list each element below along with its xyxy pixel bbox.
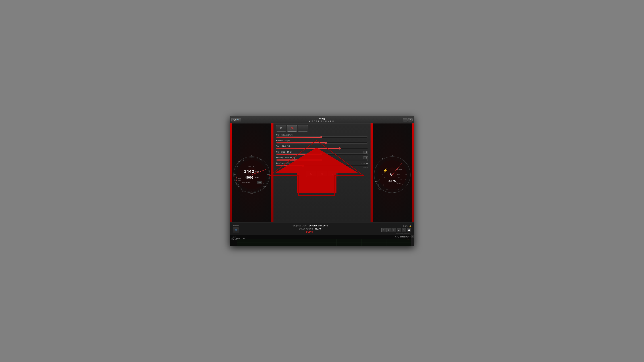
profile-btn-3[interactable]: 3 — [392, 228, 396, 232]
profile-buttons: 1 2 3 4 5 💾 — [382, 228, 411, 232]
svg-text:1442: 1442 — [244, 169, 254, 174]
core-voltage-slider[interactable] — [276, 136, 368, 138]
svg-text:mV: mV — [397, 174, 400, 176]
profile-btn-2[interactable]: 2 — [386, 228, 391, 232]
svg-text:68: 68 — [381, 190, 382, 192]
core-clock-label: Core Clock (MHz) — [276, 151, 292, 153]
svg-marker-40 — [236, 179, 237, 181]
graph-scrollbar: ▲ ▼ — [411, 235, 414, 246]
svg-marker-38 — [236, 177, 237, 179]
profile-btn-5[interactable]: 5 — [402, 228, 406, 232]
title-bar: OC🔍 msi AFTERBURNER − ✕ — [230, 116, 414, 123]
svg-text:🌡: 🌡 — [382, 183, 384, 186]
power-limit-label: Power Limit (%) — [276, 139, 368, 142]
icon-buttons: K i — [276, 125, 368, 132]
reset-button[interactable]: ↺ — [317, 171, 327, 177]
memory-clock-slider[interactable] — [276, 159, 368, 161]
memory-clock-control: Memory Clock (MHz) +0 — [276, 156, 368, 161]
memory-clock-label: Memory Clock (MHz) — [276, 157, 295, 159]
detach-button[interactable]: DETACH — [243, 231, 378, 233]
core-clock-header: Core Clock (MHz) +0 — [276, 151, 368, 153]
temp-limit-control: Temp. Limit (°C) — [276, 145, 368, 149]
svg-text:86: 86 — [378, 188, 380, 189]
fan-speed-slider[interactable] — [276, 165, 368, 166]
graph-y-axis: 100 0 — [230, 239, 237, 246]
profile-btn-4[interactable]: 4 — [396, 228, 401, 232]
graphics-card-label: Graphics Card: — [292, 224, 307, 227]
svg-text:Boost: Boost — [238, 180, 241, 181]
svg-text:1500: 1500 — [242, 191, 244, 192]
svg-text:.5: .5 — [382, 158, 383, 159]
driver-version-value: 461.40 — [315, 228, 322, 230]
oc-button[interactable]: OC🔍 — [232, 118, 242, 122]
graph-area: 4.6.2 Min : 52 Max : 57 GPU temperature,… — [230, 235, 414, 246]
core-clock-slider[interactable] — [276, 153, 368, 155]
svg-text:60: 60 — [398, 189, 399, 190]
profile-btn-1[interactable]: 1 — [382, 228, 386, 232]
close-button[interactable]: ✕ — [408, 118, 412, 121]
fan-icon-3: ✤ — [366, 162, 368, 165]
bottom-action-buttons: ⚙ ↺ ✓ — [276, 171, 368, 177]
svg-text:1000: 1000 — [250, 193, 253, 194]
scroll-up-btn[interactable]: ▲ — [411, 235, 414, 238]
left-gauge-svg: 0 250 500 750 1000 1250 1500 1500 2250 3… — [230, 123, 274, 222]
svg-text:124: 124 — [378, 180, 380, 181]
power-limit-slider[interactable] — [276, 142, 368, 144]
graphics-card-value: GeForce GTX 1070 — [308, 224, 328, 227]
card-info: Graphics Card: GeForce GTX 1070 Driver V… — [243, 224, 378, 233]
power-limit-control: Power Limit (%) — [276, 139, 368, 144]
svg-text:50: 50 — [394, 192, 395, 193]
startup-button[interactable]: ⊞ — [233, 228, 239, 233]
svg-text:MEM: MEM — [258, 182, 261, 183]
right-gauge: .25 .5 .75 1 1.25 0 1 ⚡ Voltage 0 mV — [370, 123, 414, 222]
svg-text:80: 80 — [405, 179, 406, 180]
svg-text:750: 750 — [238, 186, 240, 188]
powered-by-label: Powered by Rivatuner — [396, 233, 410, 235]
svg-text:2250: 2250 — [237, 184, 240, 185]
svg-text:32°F: 32°F — [386, 189, 388, 190]
temp-limit-label: Temp. Limit (°C) — [276, 145, 368, 147]
right-red-bar-right-gauge — [412, 123, 414, 222]
svg-text:4006: 4006 — [245, 176, 253, 180]
svg-text:1250: 1250 — [263, 186, 266, 188]
core-voltage-label: Core Voltage (mV) — [276, 134, 368, 136]
card-info-row-2: Driver Version: 461.40 — [243, 228, 378, 230]
svg-text:.25: .25 — [391, 155, 393, 156]
svg-text:30: 30 — [380, 189, 381, 190]
core-voltage-control: Core Voltage (mV) — [276, 134, 368, 138]
svg-text:194: 194 — [384, 177, 386, 178]
svg-text:1.25: 1.25 — [375, 181, 378, 182]
window-controls: − ✕ — [403, 118, 412, 121]
graph-title: GPU temperature, °C — [395, 236, 412, 238]
memory-clock-plus[interactable]: +0 — [363, 156, 368, 159]
info-button[interactable]: i — [298, 125, 308, 132]
temp-limit-slider[interactable] — [276, 148, 368, 149]
app-logo: msi AFTERBURNER — [309, 117, 335, 122]
fan-speed-header: Fan Speed (%) ↻ ❄ ✤ — [276, 162, 368, 165]
fan-auto-label: AUTO — [276, 167, 368, 169]
profile-section: Profile 🔒 1 2 3 4 5 💾 Powered by Rivatun… — [382, 225, 411, 232]
core-clock-plus[interactable]: +0 — [363, 151, 368, 153]
info-bar: Startup ⊞ Graphics Card: GeForce GTX 107… — [230, 222, 414, 235]
app-subtitle: AFTERBURNER — [309, 121, 335, 122]
svg-text:Temp.: Temp. — [396, 182, 401, 184]
left-gauge: 0 250 500 750 1000 1250 1500 1500 2250 3… — [230, 123, 274, 222]
msi-button[interactable] — [287, 125, 297, 132]
svg-text:MHz: MHz — [255, 177, 259, 179]
k-button[interactable]: K — [276, 125, 286, 132]
svg-text:80: 80 — [390, 167, 391, 169]
svg-text:⚡: ⚡ — [383, 168, 388, 173]
fan-speed-label: Fan Speed (%) — [276, 162, 290, 164]
settings-button[interactable]: ⚙ — [306, 171, 316, 177]
profile-save-btn[interactable]: 💾 — [407, 228, 411, 232]
right-red-bar-left-gauge — [271, 123, 274, 222]
startup-label: Startup — [233, 225, 239, 227]
svg-text:40: 40 — [378, 185, 380, 186]
apply-button[interactable]: ✓ — [328, 171, 338, 177]
svg-text:Base: Base — [238, 178, 241, 179]
minimize-button[interactable]: − — [403, 118, 408, 121]
svg-text:70: 70 — [386, 170, 387, 171]
profile-lock-icon: 🔒 — [409, 225, 411, 227]
svg-text:104: 104 — [377, 184, 379, 185]
right-gauge-svg: .25 .5 .75 1 1.25 0 1 ⚡ Voltage 0 mV — [370, 123, 414, 222]
